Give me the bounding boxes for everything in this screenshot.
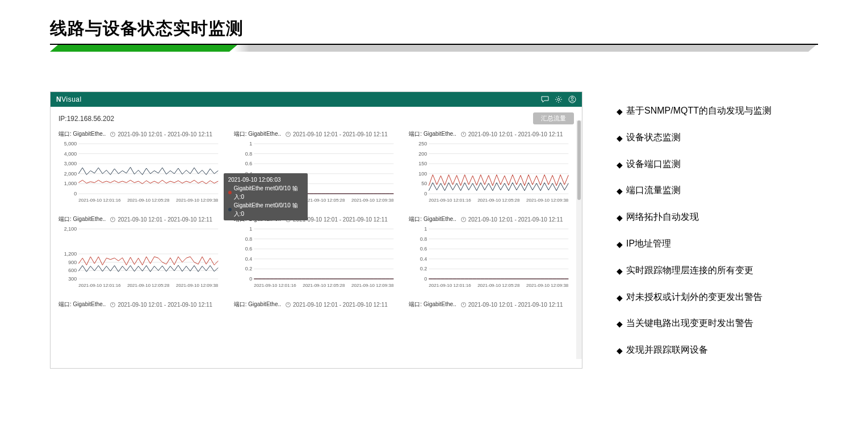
- chart-port-label: 端口: GigabitEthe..: [409, 130, 456, 138]
- chart-time-range[interactable]: 2021-09-10 12:01 - 2021-09-10 12:11: [286, 302, 388, 308]
- time-range-text: 2021-09-10 12:01 - 2021-09-10 12:11: [118, 216, 212, 223]
- user-icon[interactable]: [568, 95, 576, 103]
- svg-text:2021-09-10 12:09:38: 2021-09-10 12:09:38: [351, 283, 394, 288]
- chart-port-label: 端口: GigabitEthe..: [409, 300, 456, 308]
- time-range-text: 2021-09-10 12:01 - 2021-09-10 12:11: [118, 131, 212, 137]
- feature-text: 设备状态监测: [626, 132, 681, 144]
- bullet-icon: ◆: [617, 266, 623, 276]
- svg-text:3,000: 3,000: [64, 161, 77, 166]
- svg-text:2021-09-10 12:01:16: 2021-09-10 12:01:16: [78, 283, 121, 288]
- chart-time-range[interactable]: 2021-09-10 12:01 - 2021-09-10 12:11: [110, 302, 212, 308]
- svg-text:150: 150: [419, 161, 427, 166]
- svg-text:250: 250: [419, 141, 427, 147]
- svg-text:1: 1: [249, 141, 252, 147]
- svg-text:0: 0: [249, 276, 252, 282]
- chart-time-range[interactable]: 2021-09-10 12:01 - 2021-09-10 12:11: [461, 131, 563, 137]
- chart-plot[interactable]: 00.20.40.60.812021-09-10 12:01:162021-09…: [234, 227, 399, 289]
- chart-plot[interactable]: 01,0002,0003,0004,0005,0002021-09-10 12:…: [58, 141, 224, 204]
- chat-icon[interactable]: [541, 95, 549, 103]
- scrollbar-thumb[interactable]: [577, 120, 581, 200]
- gear-icon[interactable]: [555, 95, 563, 103]
- svg-text:2,000: 2,000: [64, 171, 77, 177]
- feature-text: 发现并跟踪联网设备: [626, 344, 708, 356]
- chart-panel: 端口: GigabitEthe.. 2021-09-10 12:01 - 202…: [409, 130, 574, 204]
- svg-text:5,000: 5,000: [64, 141, 77, 147]
- chart-panel: 端口: GigabitEthe.. 2021-09-10 12:01 - 202…: [234, 215, 399, 289]
- feature-item: ◆端口流量监测: [617, 185, 818, 197]
- feature-text: 端口流量监测: [626, 185, 681, 197]
- feature-text: IP地址管理: [626, 238, 671, 250]
- title-divider: [50, 44, 818, 52]
- time-range-text: 2021-09-10 12:01 - 2021-09-10 12:11: [468, 131, 563, 137]
- chart-time-range[interactable]: 2021-09-10 12:01 - 2021-09-10 12:11: [110, 131, 212, 137]
- feature-text: 基于SNMP/MQTT的自动发现与监测: [626, 105, 771, 117]
- svg-text:50: 50: [422, 181, 427, 186]
- svg-text:2021-09-10 12:09:38: 2021-09-10 12:09:38: [351, 198, 394, 203]
- chart-port-label: 端口: GigabitEthe..: [58, 130, 106, 138]
- chart-port-label: 端口: GigabitEthe..: [234, 300, 281, 308]
- feature-text: 设备端口监测: [626, 158, 681, 170]
- chart-time-range[interactable]: 2021-09-10 12:01 - 2021-09-10 12:11: [286, 131, 388, 137]
- feature-item: ◆实时跟踪物理层连接的所有变更: [617, 265, 818, 277]
- clock-icon: [286, 132, 291, 137]
- chart-panel: 端口: GigabitEthe.. 2021-09-10 12:01 - 202…: [409, 300, 574, 312]
- clock-icon: [461, 132, 466, 137]
- svg-point-2: [571, 97, 573, 99]
- app-header: NVisual: [51, 92, 582, 107]
- tooltip-marker-icon: [228, 208, 232, 211]
- feature-item: ◆基于SNMP/MQTT的自动发现与监测: [617, 105, 818, 117]
- tooltip-series2: GigabitEthe rnet0/0/10 输入:0: [234, 201, 303, 218]
- svg-text:2021-09-10 12:05:28: 2021-09-10 12:05:28: [303, 198, 345, 203]
- svg-text:2021-09-10 12:01:16: 2021-09-10 12:01:16: [429, 198, 472, 203]
- feature-text: 实时跟踪物理层连接的所有变更: [626, 265, 753, 277]
- svg-text:2021-09-10 12:01:16: 2021-09-10 12:01:16: [254, 283, 296, 288]
- chart-port-label: 端口: GigabitEthe..: [234, 130, 281, 138]
- clock-icon: [286, 302, 291, 307]
- time-range-text: 2021-09-10 12:01 - 2021-09-10 12:11: [468, 216, 563, 223]
- feature-text: 网络拓扑自动发现: [626, 211, 699, 223]
- time-range-text: 2021-09-10 12:01 - 2021-09-10 12:11: [468, 302, 563, 308]
- chart-time-range[interactable]: 2021-09-10 12:01 - 2021-09-10 12:11: [110, 216, 212, 223]
- svg-text:1,200: 1,200: [64, 251, 77, 257]
- feature-item: ◆对未授权或计划外的变更发出警告: [617, 291, 818, 303]
- svg-text:2021-09-10 12:05:28: 2021-09-10 12:05:28: [478, 198, 521, 203]
- svg-text:2021-09-10 12:01:16: 2021-09-10 12:01:16: [429, 283, 472, 288]
- tooltip-marker-icon: [228, 191, 232, 194]
- chart-plot[interactable]: 0501001502002502021-09-10 12:01:162021-0…: [409, 141, 574, 204]
- svg-text:0.4: 0.4: [245, 256, 252, 262]
- svg-point-0: [557, 98, 560, 101]
- svg-text:0.8: 0.8: [245, 236, 252, 242]
- clock-icon: [110, 217, 115, 222]
- feature-item: ◆设备状态监测: [617, 132, 818, 144]
- app-body: IP:192.168.56.202 汇总流量 端口: GigabitEthe..…: [51, 107, 582, 368]
- svg-text:0: 0: [425, 276, 427, 282]
- svg-text:2,100: 2,100: [64, 227, 77, 232]
- svg-text:0.6: 0.6: [245, 161, 252, 166]
- svg-text:2021-09-10 12:09:38: 2021-09-10 12:09:38: [176, 283, 219, 288]
- bullet-icon: ◆: [617, 345, 623, 356]
- svg-text:2021-09-10 12:05:28: 2021-09-10 12:05:28: [478, 283, 521, 288]
- summary-button[interactable]: 汇总流量: [533, 112, 574, 124]
- feature-text: 当关键电路出现变更时发出警告: [626, 318, 753, 329]
- chart-panel: 端口: GigabitEthe.. 2021-09-10 12:01 - 202…: [234, 300, 399, 312]
- chart-panel: 端口: GigabitEthe.. 2021-09-10 12:01 - 202…: [409, 215, 574, 289]
- bullet-icon: ◆: [617, 186, 623, 196]
- chart-time-range[interactable]: 2021-09-10 12:01 - 2021-09-10 12:11: [461, 216, 563, 223]
- chart-port-label: 端口: GigabitEthe..: [58, 300, 106, 308]
- chart-tooltip: 2021-09-10 12:06:03 GigabitEthe rnet0/0/…: [224, 173, 308, 220]
- chart-plot[interactable]: 00.20.40.60.812021-09-10 12:01:162021-09…: [409, 227, 574, 289]
- chart-port-label: 端口: GigabitEthe..: [409, 215, 456, 223]
- svg-text:2021-09-10 12:09:38: 2021-09-10 12:09:38: [176, 198, 219, 203]
- time-range-text: 2021-09-10 12:01 - 2021-09-10 12:11: [118, 302, 212, 308]
- chart-plot[interactable]: 3006009001,2002,1002021-09-10 12:01:1620…: [58, 227, 224, 289]
- feature-item: ◆当关键电路出现变更时发出警告: [617, 318, 818, 329]
- feature-item: ◆网络拓扑自动发现: [617, 211, 818, 223]
- bullet-icon: ◆: [617, 160, 623, 170]
- feature-list: ◆基于SNMP/MQTT的自动发现与监测◆设备状态监测◆设备端口监测◆端口流量监…: [617, 91, 818, 371]
- scrollbar[interactable]: [576, 120, 582, 359]
- chart-time-range[interactable]: 2021-09-10 12:01 - 2021-09-10 12:11: [461, 302, 563, 308]
- feature-item: ◆设备端口监测: [617, 158, 818, 170]
- svg-text:0.4: 0.4: [420, 256, 427, 262]
- page-title: 线路与设备状态实时监测: [50, 17, 818, 40]
- svg-text:900: 900: [68, 260, 77, 265]
